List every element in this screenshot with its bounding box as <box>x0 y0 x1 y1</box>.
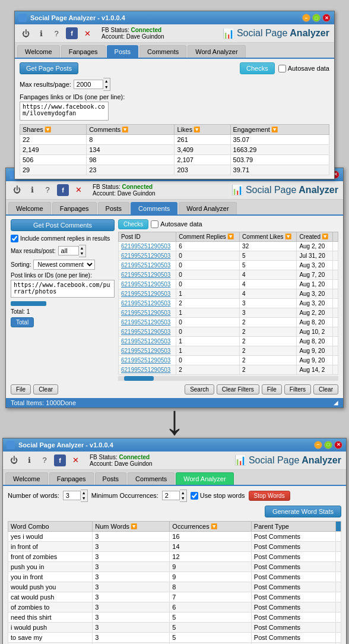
filter-likes-icon[interactable]: 🔽 <box>193 127 200 132</box>
tab-wordanalyzer-3[interactable]: Word Analyzer <box>176 472 233 485</box>
max-results-spinner-1[interactable]: ▲ ▼ <box>74 78 110 91</box>
post-id-link[interactable]: 621995251290503 <box>121 348 170 354</box>
power-icon-1[interactable]: ⏻ <box>20 27 31 39</box>
tab-posts-1[interactable]: Posts <box>107 45 139 58</box>
help-icon-1[interactable]: ? <box>50 27 62 39</box>
post-id-link[interactable]: 621995251290503 <box>121 243 170 250</box>
tab-fanpages-3[interactable]: Fanpages <box>49 472 94 485</box>
spinner-up-2[interactable]: ▲ <box>79 245 85 251</box>
checks-btn-2[interactable]: Checks <box>118 219 148 229</box>
fanpages-input-1[interactable]: https://www.facebook.com/ilovemydogfan <box>20 102 109 121</box>
min-occur-input-3[interactable] <box>162 491 180 500</box>
post-id-link[interactable]: 621995251290503 <box>121 367 170 373</box>
use-stop-words-checkbox[interactable] <box>191 492 198 500</box>
clear-filters-btn-2[interactable]: Clear Filters <box>217 384 259 394</box>
get-page-posts-btn[interactable]: Get Page Posts <box>20 62 78 74</box>
clear-btn-2[interactable]: Clear <box>33 384 58 394</box>
close-icon-2[interactable]: ✕ <box>72 184 84 196</box>
info-icon-2[interactable]: ℹ <box>26 184 38 196</box>
filter-engagement-icon[interactable]: 🔽 <box>271 127 278 132</box>
close-btn-3[interactable]: ✕ <box>334 441 342 449</box>
post-links-input[interactable]: https://www.facebook.com/purrart/photos <box>11 280 115 298</box>
power-icon-2[interactable]: ⏻ <box>11 184 23 196</box>
tab-posts-3[interactable]: Posts <box>95 472 127 485</box>
include-replies-checkbox[interactable] <box>11 235 18 242</box>
post-id-link[interactable]: 621995251290503 <box>121 281 170 288</box>
post-id-link[interactable]: 621995251290503 <box>121 310 170 316</box>
info-icon-3[interactable]: ℹ <box>23 454 35 466</box>
maximize-btn-1[interactable]: □ <box>312 14 321 22</box>
tab-welcome-1[interactable]: Welcome <box>17 45 60 58</box>
min-occur-spinner-3[interactable]: ▲ ▼ <box>162 490 187 503</box>
sort-created-icon[interactable]: 🔽 <box>322 233 328 239</box>
facebook-icon-3[interactable]: f <box>54 454 66 466</box>
search-btn-2[interactable]: Search <box>185 384 214 394</box>
table-row: 292320339.71 <box>20 165 329 175</box>
get-post-comments-btn[interactable]: Get Post Comments <box>11 219 115 231</box>
filter-nw-icon[interactable]: 🔽 <box>131 523 137 529</box>
filter-cl-icon[interactable]: 🔽 <box>285 233 291 239</box>
tab-comments-2[interactable]: Comments <box>131 202 177 214</box>
file-btn-left-2[interactable]: File <box>11 384 31 394</box>
stop-words-btn[interactable]: Stop Words <box>249 491 290 501</box>
close-btn-1[interactable]: ✕ <box>322 14 331 22</box>
filter-comments-icon[interactable]: 🔽 <box>122 127 128 132</box>
file-btn-right-2[interactable]: File <box>262 384 282 394</box>
facebook-icon-1[interactable]: f <box>66 27 78 39</box>
tab-fanpages-1[interactable]: Fanpages <box>61 45 106 58</box>
tab-comments-3[interactable]: Comments <box>128 472 174 485</box>
spinner-down-3b[interactable]: ▼ <box>180 495 186 501</box>
generate-btn[interactable]: Generate Word Stats <box>265 506 341 517</box>
tab-posts-2[interactable]: Posts <box>98 202 130 214</box>
resize-handle-2[interactable]: ◢ <box>334 399 338 406</box>
spinner-down-3a[interactable]: ▼ <box>81 495 87 501</box>
tab-fanpages-2[interactable]: Fanpages <box>52 202 97 214</box>
num-words-spinner-3[interactable]: ▲ ▼ <box>63 490 88 503</box>
num-words-input-3[interactable] <box>63 491 81 500</box>
spinner-up-1[interactable]: ▲ <box>103 78 110 84</box>
post-id-link[interactable]: 621995251290503 <box>121 272 170 278</box>
post-id-link[interactable]: 621995251290503 <box>121 300 170 307</box>
close-icon-1[interactable]: ✕ <box>81 27 93 39</box>
tab-comments-1[interactable]: Comments <box>139 45 186 58</box>
minimize-btn-1[interactable]: − <box>302 14 310 22</box>
post-id-link[interactable]: 621995251290503 <box>121 252 170 259</box>
filter-shares-icon[interactable]: 🔽 <box>45 127 51 132</box>
help-icon-3[interactable]: ? <box>39 454 50 466</box>
tab-wordanalyzer-1[interactable]: Word Analyzer <box>188 45 245 58</box>
power-icon-3[interactable]: ⏻ <box>8 454 20 466</box>
max-results-spinner-2[interactable]: ▲ ▼ <box>58 245 86 258</box>
help-icon-2[interactable]: ? <box>42 184 53 196</box>
tab-wordanalyzer-2[interactable]: Word Analyzer <box>179 202 236 214</box>
close-icon-3[interactable]: ✕ <box>69 454 81 466</box>
autosave-checkbox-2[interactable] <box>151 220 158 228</box>
max-results-input-1[interactable] <box>74 80 103 89</box>
info-icon-1[interactable]: ℹ <box>35 27 47 39</box>
filter-occ-icon[interactable]: 🔽 <box>211 523 217 529</box>
maximize-btn-3[interactable]: □ <box>324 441 332 449</box>
post-id-link[interactable]: 621995251290503 <box>121 319 170 326</box>
sorting-select[interactable]: Newest comment <box>33 260 95 270</box>
spinner-up-3a[interactable]: ▲ <box>81 490 87 496</box>
post-id-link[interactable]: 621995251290503 <box>121 338 170 345</box>
filter-cr-icon[interactable]: 🔽 <box>227 233 234 239</box>
minimize-btn-3[interactable]: − <box>314 441 322 449</box>
tab-welcome-2[interactable]: Welcome <box>8 202 51 214</box>
h-scrollbar-2[interactable] <box>118 376 338 381</box>
tab-welcome-3[interactable]: Welcome <box>5 472 48 485</box>
post-id-link[interactable]: 621995251290503 <box>121 262 170 269</box>
post-id-link[interactable]: 621995251290503 <box>121 291 170 297</box>
clear-btn-right-2[interactable]: Clear <box>313 384 338 394</box>
spinner-up-3b[interactable]: ▲ <box>180 490 186 496</box>
spinner-down-2[interactable]: ▼ <box>79 251 85 257</box>
max-results-input-2[interactable] <box>58 246 79 255</box>
facebook-icon-2[interactable]: f <box>57 184 69 196</box>
autosave-checkbox-1[interactable] <box>278 65 286 72</box>
checks-btn-1[interactable]: Checks <box>240 62 275 74</box>
post-id-link[interactable]: 621995251290503 <box>121 357 170 364</box>
spinner-down-1[interactable]: ▼ <box>103 84 110 90</box>
total-btn-2[interactable]: Total <box>11 317 34 327</box>
post-id-link[interactable]: 621995251290503 <box>121 329 170 335</box>
filters-btn-2[interactable]: Filters <box>284 384 311 394</box>
spinner-arrows-2: ▲ ▼ <box>79 245 86 258</box>
